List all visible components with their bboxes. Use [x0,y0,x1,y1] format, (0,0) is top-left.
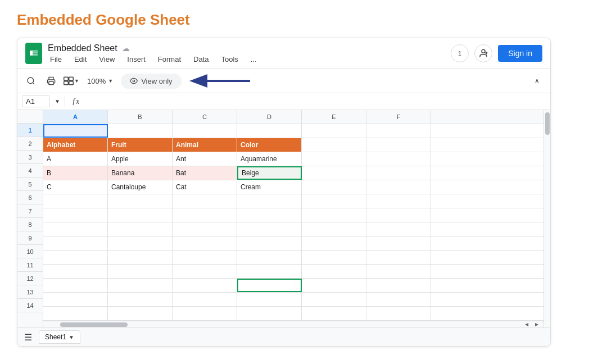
cell-c14[interactable] [173,307,237,320]
cell-b3[interactable]: Apple [108,152,173,166]
cell-f5[interactable] [366,180,431,194]
cell-f11[interactable] [366,265,431,278]
menu-data[interactable]: Data [191,54,211,64]
cell-d9[interactable] [237,236,302,250]
cell-c12[interactable] [173,279,237,292]
row-header-11[interactable]: 11 [17,258,43,272]
cell-e11[interactable] [302,265,366,278]
cell-e13[interactable] [302,293,366,306]
cell-e6[interactable] [302,194,366,208]
cell-e4[interactable] [302,166,366,180]
add-user-button[interactable] [474,44,492,62]
cell-b14[interactable] [108,307,173,320]
cell-f7[interactable] [366,208,431,222]
cell-b9[interactable] [108,236,173,250]
cell-b13[interactable] [108,293,173,306]
user-count-button[interactable]: 1 [451,44,469,62]
col-header-f[interactable]: F [366,110,431,124]
menu-format[interactable]: Format [156,54,183,64]
cell-e14[interactable] [302,307,366,320]
row-header-10[interactable]: 10 [17,245,43,258]
cell-a7[interactable] [43,208,108,222]
cell-e12[interactable] [302,279,366,292]
cell-b5[interactable]: Cantaloupe [108,180,173,194]
cell-d4[interactable]: Beige [237,166,302,180]
cell-d7[interactable] [237,208,302,222]
col-header-c[interactable]: C [173,110,237,124]
cell-a4[interactable]: B [43,166,108,180]
menu-more[interactable]: ... [248,54,259,64]
cell-f8[interactable] [366,222,431,236]
cell-d10[interactable] [237,251,302,264]
cell-b7[interactable] [108,208,173,222]
sign-in-button[interactable]: Sign in [498,45,542,62]
cell-f14[interactable] [366,307,431,320]
cell-f1[interactable] [366,124,431,138]
col-header-b[interactable]: B [108,110,173,124]
col-header-a[interactable]: A [43,110,108,124]
sheet-tab[interactable]: Sheet1 ▼ [39,330,80,344]
cell-b10[interactable] [108,251,173,264]
vertical-scrollbar[interactable] [543,110,550,327]
row-header-13[interactable]: 13 [17,285,43,299]
row-header-12[interactable]: 12 [17,272,43,285]
cell-c1[interactable] [173,124,237,138]
cell-d11[interactable] [237,265,302,278]
cell-d2[interactable]: Color [237,138,302,152]
cell-b2[interactable]: Fruit [108,138,173,152]
cell-c9[interactable] [173,236,237,250]
cell-f4[interactable] [366,166,431,180]
cell-b4[interactable]: Banana [108,166,173,180]
menu-insert[interactable]: Insert [125,54,148,64]
horizontal-scrollbar[interactable]: ◀ ▶ [43,321,543,327]
cell-a12[interactable] [43,279,108,292]
cell-c5[interactable]: Cat [173,180,237,194]
cell-c10[interactable] [173,251,237,264]
cell-c11[interactable] [173,265,237,278]
scroll-right-button[interactable]: ▶ [532,321,541,328]
cell-b12[interactable] [108,279,173,292]
search-icon[interactable] [23,73,39,89]
cell-a9[interactable] [43,236,108,250]
cell-c4[interactable]: Bat [173,166,237,180]
cell-e3[interactable] [302,152,366,166]
cell-c7[interactable] [173,208,237,222]
cell-e1[interactable] [302,124,366,138]
row-header-9[interactable]: 9 [17,231,43,245]
cell-a3[interactable]: A [43,152,108,166]
cell-d12[interactable] [237,279,302,292]
menu-edit[interactable]: Edit [72,54,89,64]
cell-c3[interactable]: Ant [173,152,237,166]
scroll-thumb-horizontal[interactable] [60,322,128,327]
cell-a5[interactable]: C [43,180,108,194]
cell-d1[interactable] [237,124,302,138]
row-header-3[interactable]: 3 [17,151,43,164]
cell-f13[interactable] [366,293,431,306]
cell-a11[interactable] [43,265,108,278]
cell-f2[interactable] [366,138,431,152]
cell-c8[interactable] [173,222,237,236]
cell-b11[interactable] [108,265,173,278]
cell-c6[interactable] [173,194,237,208]
cell-a8[interactable] [43,222,108,236]
col-header-e[interactable]: E [302,110,366,124]
scroll-thumb-vertical[interactable] [545,112,550,135]
cell-f3[interactable] [366,152,431,166]
cell-reference[interactable]: A1 [22,95,50,107]
sheets-menu-icon[interactable]: ☰ [22,331,34,344]
row-header-8[interactable]: 8 [17,218,43,231]
cell-b1[interactable] [108,124,173,138]
zoom-control[interactable]: 100% ▼ [84,76,116,87]
cell-d13[interactable] [237,293,302,306]
cell-d5[interactable]: Cream [237,180,302,194]
cell-f10[interactable] [366,251,431,264]
cell-e2[interactable] [302,138,366,152]
cell-e9[interactable] [302,236,366,250]
cell-d6[interactable] [237,194,302,208]
menu-file[interactable]: File [48,54,64,64]
cell-e10[interactable] [302,251,366,264]
row-header-6[interactable]: 6 [17,191,43,204]
cell-f9[interactable] [366,236,431,250]
toolbar-collapse-button[interactable]: ∧ [529,73,545,89]
cell-a2[interactable]: Alphabet [43,138,108,152]
